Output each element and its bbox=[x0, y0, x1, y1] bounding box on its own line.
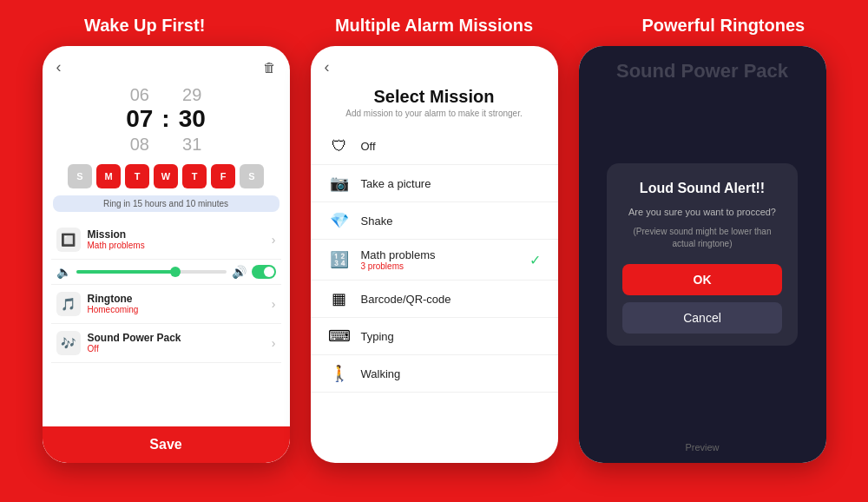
mission-row[interactable]: 🔲 Mission Math problems › bbox=[51, 221, 281, 260]
vol-high-icon: 🔊 bbox=[232, 265, 247, 279]
p2-back-icon[interactable]: ‹ bbox=[325, 58, 330, 76]
hour-top: 06 bbox=[130, 85, 149, 104]
colon: : bbox=[161, 106, 169, 133]
p3-dark-bg: Sound Power Pack Loud Sound Alert!! Are … bbox=[579, 46, 826, 463]
mission-sub: Math problems bbox=[88, 241, 272, 250]
mission-shake-label: Shake bbox=[361, 215, 541, 228]
chevron-mission: › bbox=[272, 233, 276, 247]
day-mon[interactable]: M bbox=[96, 164, 121, 188]
mission-typing-icon: ⌨ bbox=[328, 327, 351, 346]
min-bottom: 31 bbox=[182, 135, 201, 154]
day-fri[interactable]: F bbox=[211, 164, 235, 188]
mission-walking-label: Walking bbox=[361, 367, 541, 380]
min-main: 30 bbox=[179, 106, 206, 133]
label-wake-up: Wake Up First! bbox=[0, 16, 289, 36]
modal-title: Loud Sound Alert!! bbox=[622, 181, 782, 196]
hour-bottom: 08 bbox=[130, 135, 149, 154]
volume-toggle[interactable] bbox=[252, 265, 276, 279]
mission-off-label: Off bbox=[361, 140, 541, 153]
mission-picture-label: Take a picture bbox=[361, 177, 541, 190]
day-wed[interactable]: W bbox=[154, 164, 178, 188]
mission-shake[interactable]: 💎 Shake bbox=[311, 202, 558, 240]
days-row: S M T W T F S bbox=[43, 157, 290, 192]
volume-row: 🔈 🔊 bbox=[51, 260, 281, 285]
modal-cancel-button[interactable]: Cancel bbox=[622, 302, 782, 334]
back-icon[interactable]: ‹ bbox=[56, 58, 62, 76]
delete-icon[interactable]: 🗑 bbox=[263, 60, 276, 75]
p2-title: Select Mission bbox=[328, 87, 541, 107]
modal-body2: (Preview sound might be lower than actua… bbox=[622, 226, 782, 250]
mission-math-check: ✓ bbox=[529, 252, 541, 268]
mission-barcode[interactable]: ▦ Barcode/QR-code bbox=[311, 281, 558, 318]
ring-banner: Ring in 15 hours and 10 minutes bbox=[53, 195, 279, 212]
label-missions: Multiple Alarm Missions bbox=[289, 16, 578, 36]
mission-typing-label: Typing bbox=[361, 330, 541, 343]
mission-math-icon: 🔢 bbox=[328, 250, 351, 269]
loud-sound-modal: Loud Sound Alert!! Are you sure you want… bbox=[607, 163, 798, 347]
mission-typing[interactable]: ⌨ Typing bbox=[311, 318, 558, 355]
volume-slider[interactable] bbox=[76, 270, 227, 274]
chevron-ringtone: › bbox=[272, 297, 276, 311]
day-sat[interactable]: S bbox=[240, 164, 264, 188]
modal-ok-button[interactable]: OK bbox=[622, 264, 782, 295]
phone-2: ‹ Select Mission Add mission to your ala… bbox=[311, 46, 558, 463]
mission-barcode-icon: ▦ bbox=[328, 289, 351, 308]
day-thu[interactable]: T bbox=[182, 164, 207, 188]
sound-pack-label: Sound Power Pack bbox=[88, 332, 272, 344]
mission-picture[interactable]: 📷 Take a picture bbox=[311, 165, 558, 202]
mission-list: 🛡 Off 📷 Take a picture 💎 Shake 🔢 Math pr… bbox=[311, 122, 558, 400]
mission-picture-icon: 📷 bbox=[328, 174, 351, 193]
vol-low-icon: 🔈 bbox=[56, 265, 71, 279]
phone-1: ‹ 🗑 06 07 08 : 29 30 31 S M T W T F S Ri bbox=[43, 46, 290, 463]
p2-subtitle: Add mission to your alarm to make it str… bbox=[328, 109, 541, 118]
mission-off[interactable]: 🛡 Off bbox=[311, 129, 558, 165]
day-tue[interactable]: T bbox=[125, 164, 149, 188]
day-sun[interactable]: S bbox=[68, 164, 92, 188]
mission-barcode-label: Barcode/QR-code bbox=[361, 293, 541, 306]
sound-pack-sub: Off bbox=[88, 344, 272, 353]
mission-off-icon: 🛡 bbox=[328, 137, 351, 155]
mission-math-sub: 3 problems bbox=[361, 261, 519, 271]
mission-math[interactable]: 🔢 Math problems 3 problems ✓ bbox=[311, 240, 558, 281]
modal-body: Are you sure you want to procced? bbox=[622, 205, 782, 220]
mission-label: Mission bbox=[88, 228, 272, 241]
mission-math-label: Math problems bbox=[361, 248, 519, 261]
ringtone-row[interactable]: 🎵 Ringtone Homecoming › bbox=[51, 285, 281, 324]
ringtone-sub: Homecoming bbox=[88, 305, 272, 314]
phone-3: Sound Power Pack Loud Sound Alert!! Are … bbox=[579, 46, 826, 463]
min-top: 29 bbox=[182, 85, 201, 104]
sound-pack-row[interactable]: 🎶 Sound Power Pack Off › bbox=[51, 324, 281, 363]
mission-shake-icon: 💎 bbox=[328, 211, 351, 230]
mission-walking[interactable]: 🚶 Walking bbox=[311, 355, 558, 393]
chevron-sound-pack: › bbox=[272, 336, 276, 350]
hour-main: 07 bbox=[126, 106, 153, 133]
ringtone-label: Ringtone bbox=[88, 293, 272, 305]
save-button[interactable]: Save bbox=[43, 426, 290, 463]
label-ringtones: Powerful Ringtones bbox=[579, 16, 868, 36]
mission-walking-icon: 🚶 bbox=[328, 364, 351, 383]
